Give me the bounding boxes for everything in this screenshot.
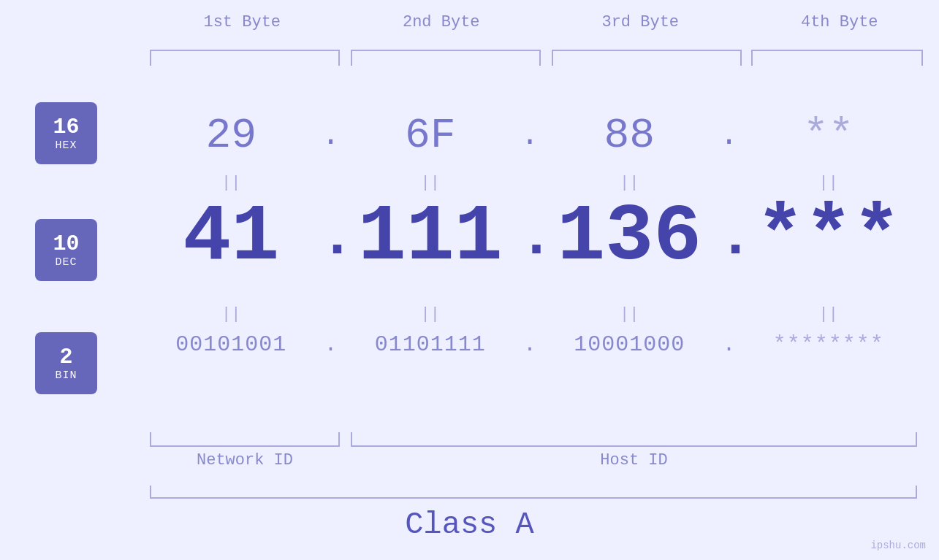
bracket-host-bottom <box>351 432 917 447</box>
badge-hex: 16 HEX <box>35 102 97 164</box>
watermark: ipshu.com <box>870 540 926 551</box>
equals-hex-dec: || || || || <box>142 174 917 192</box>
hex-val-2: 6F <box>405 112 456 159</box>
hex-val-1: 29 <box>205 112 256 159</box>
hex-dot-1: . <box>320 118 342 153</box>
bracket-byte3-top <box>552 50 742 66</box>
bin-row: 00101001 . 01101111 . 10001000 . *******… <box>142 332 917 357</box>
badge-bin: 2 BIN <box>35 332 97 394</box>
dec-dot-1: . <box>320 204 342 271</box>
bin-dot-2: . <box>519 332 541 357</box>
bin-val-3: 10001000 <box>574 332 685 357</box>
hex-dot-3: . <box>718 118 740 153</box>
dec-row: 41 . 111 . 136 . *** <box>142 197 917 277</box>
dec-val-1: 41 <box>183 191 279 283</box>
hex-dot-2: . <box>519 118 541 153</box>
dec-dot-3: . <box>718 204 740 271</box>
network-id-label: Network ID <box>150 451 340 469</box>
bin-dot-1: . <box>320 332 342 357</box>
bin-val-2: 01101111 <box>375 332 486 357</box>
byte-label-1: 1st Byte <box>203 13 281 31</box>
badge-dec: 10 DEC <box>35 219 97 281</box>
dec-val-4: *** <box>756 191 901 283</box>
equals-dec-bin: || || || || <box>142 305 917 323</box>
bin-val-1: 00101001 <box>175 332 286 357</box>
bracket-byte1-top <box>150 50 340 66</box>
dec-dot-2: . <box>519 204 541 271</box>
hex-val-3: 88 <box>604 112 655 159</box>
byte-label-3: 3rd Byte <box>601 13 679 31</box>
dec-val-2: 111 <box>358 191 503 283</box>
page-container: 1st Byte 2nd Byte 3rd Byte 4th Byte 16 H… <box>0 0 939 560</box>
bracket-class-bottom <box>150 486 917 499</box>
bin-dot-3: . <box>718 332 740 357</box>
hex-val-4: ** <box>803 112 854 159</box>
host-id-label: Host ID <box>351 451 917 469</box>
bin-val-4: ******** <box>773 332 884 357</box>
class-label: Class A <box>0 507 939 542</box>
byte-label-4: 4th Byte <box>801 13 878 31</box>
dec-val-3: 136 <box>557 191 702 283</box>
bracket-byte4-top <box>751 50 923 66</box>
bracket-byte2-top <box>351 50 541 66</box>
bracket-network-bottom <box>150 432 340 447</box>
byte-label-2: 2nd Byte <box>403 13 480 31</box>
hex-row: 29 . 6F . 88 . ** <box>142 112 917 159</box>
